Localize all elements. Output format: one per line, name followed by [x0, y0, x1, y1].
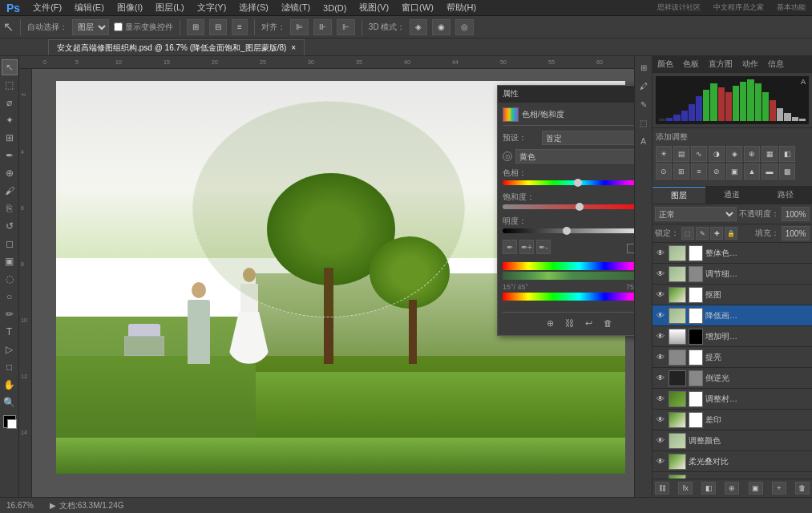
transform-checkbox[interactable] — [114, 22, 123, 31]
panel-tab-histogram[interactable]: 直方图 — [704, 56, 737, 72]
align-right-btn[interactable]: ⊩ — [337, 19, 355, 35]
3d-btn-3[interactable]: ◎ — [455, 19, 474, 35]
layer-link-btn[interactable]: ⛓ — [655, 482, 669, 495]
layer-item[interactable]: 👁 倒逆光 — [652, 368, 812, 389]
3d-btn-1[interactable]: ◈ — [410, 19, 427, 35]
sat-slider-thumb[interactable] — [576, 203, 584, 211]
sample-btn-3[interactable]: ✒- — [536, 240, 551, 254]
layer-visibility-toggle[interactable]: 👁 — [655, 373, 666, 384]
invert-adj-btn[interactable]: ⊘ — [709, 164, 725, 180]
layer-item[interactable]: 👁 柔光叠对比 — [652, 451, 812, 472]
panel-tab-swatches[interactable]: 色板 — [678, 56, 704, 72]
colorize-checkbox[interactable] — [627, 244, 634, 253]
type-tool[interactable]: T — [2, 324, 18, 340]
layer-item[interactable]: 👁 构图扣修饰余物 — [652, 472, 812, 479]
tab-paths[interactable]: 路径 — [759, 187, 812, 204]
gradmap-adj-btn[interactable]: ▬ — [762, 164, 778, 180]
layer-visibility-toggle[interactable]: 👁 — [655, 289, 666, 301]
lock-position-btn[interactable]: ✚ — [710, 227, 723, 240]
layer-item[interactable]: 👁 降低画… — [652, 305, 812, 326]
hand-tool[interactable]: ✋ — [2, 377, 18, 393]
opacity-input[interactable] — [782, 207, 810, 221]
menu-edit[interactable]: 编辑(E) — [71, 2, 107, 14]
menu-filter[interactable]: 滤镜(T) — [278, 2, 313, 14]
selcolor-adj-btn[interactable]: ▩ — [779, 164, 795, 180]
dialog-link-icon[interactable]: ⛓ — [563, 316, 577, 330]
path-select-tool[interactable]: ▷ — [2, 341, 18, 357]
layer-visibility-toggle[interactable]: 👁 — [655, 352, 666, 363]
exposure-adj-btn[interactable]: ◑ — [709, 146, 725, 162]
panel-tab-color[interactable]: 颜色 — [652, 56, 678, 72]
vibrance-adj-btn[interactable]: ◈ — [726, 146, 742, 162]
panel-tab-info[interactable]: 信息 — [763, 56, 789, 72]
background-color[interactable] — [7, 419, 17, 429]
menu-image[interactable]: 图像(I) — [114, 2, 146, 14]
lock-transparent-btn[interactable]: ⬚ — [681, 227, 694, 240]
move-tool[interactable]: ↖ — [2, 59, 18, 75]
light-slider-track[interactable] — [503, 228, 634, 233]
layer-visibility-toggle[interactable]: 👁 — [655, 248, 666, 259]
layer-item[interactable]: 👁 抠图 — [652, 285, 812, 305]
layer-select-dropdown[interactable]: 图层 — [72, 19, 109, 35]
layer-visibility-toggle[interactable]: 👁 — [655, 269, 666, 280]
threshold-adj-btn[interactable]: ▲ — [744, 164, 760, 180]
layer-item[interactable]: 👁 调整颜色 — [652, 430, 812, 451]
hue-slider-thumb[interactable] — [574, 179, 582, 187]
clone-tool[interactable]: ⎘ — [2, 200, 18, 216]
menu-view[interactable]: 视图(V) — [356, 2, 392, 14]
posterize-adj-btn[interactable]: ▣ — [726, 164, 742, 180]
layer-item[interactable]: 👁 整体色… — [652, 243, 812, 264]
history-brush-tool[interactable]: ↺ — [2, 218, 18, 234]
layer-visibility-toggle[interactable]: 👁 — [655, 414, 666, 426]
layer-visibility-toggle[interactable]: 👁 — [655, 310, 666, 321]
dodge-tool[interactable]: ○ — [2, 289, 18, 305]
tool-arrow-icon[interactable]: ↖ — [3, 19, 14, 34]
align-left-btn[interactable]: ⊫ — [290, 19, 309, 35]
zoom-tool[interactable]: 🔍 — [2, 394, 18, 410]
dialog-add-icon[interactable]: ⊕ — [543, 316, 558, 330]
fg-bg-colors[interactable] — [3, 415, 16, 428]
eraser-tool[interactable]: ◻ — [2, 236, 18, 252]
foreground-color[interactable] — [3, 415, 16, 428]
menu-3d[interactable]: 3D(D) — [320, 3, 349, 13]
sat-slider-track[interactable] — [503, 204, 634, 209]
lasso-tool[interactable]: ⌀ — [2, 95, 18, 111]
layer-visibility-toggle[interactable]: 👁 — [655, 456, 666, 467]
menu-window[interactable]: 窗口(W) — [398, 2, 437, 14]
channel-select[interactable]: 黄色 — [515, 149, 634, 164]
tab-channels[interactable]: 通道 — [705, 187, 758, 204]
layer-visibility-toggle[interactable]: 👁 — [655, 394, 666, 405]
hue-sat-adj-btn[interactable]: ⊕ — [744, 146, 760, 162]
shape-tool[interactable]: □ — [2, 359, 18, 375]
layer-style-btn[interactable]: fx — [678, 482, 693, 495]
right-icon-4[interactable]: ⬚ — [636, 115, 652, 131]
menu-type[interactable]: 文字(Y) — [194, 2, 230, 14]
levels-adj-btn[interactable]: ▤ — [673, 146, 689, 162]
layer-visibility-toggle[interactable]: 👁 — [655, 331, 666, 342]
menu-file[interactable]: 文件(F) — [30, 2, 65, 14]
active-tab[interactable]: 安文超高端修图组织构.psd @ 16.7% (降低金面饱和_图层蒙版/8) × — [48, 39, 305, 55]
light-slider-thumb[interactable] — [563, 227, 571, 235]
crop-tool[interactable]: ⊞ — [2, 130, 18, 146]
layer-new-btn[interactable]: + — [772, 482, 786, 495]
blur-tool[interactable]: ◌ — [2, 271, 18, 287]
lock-all-btn[interactable]: 🔒 — [725, 227, 737, 240]
healing-tool[interactable]: ⊕ — [2, 165, 18, 181]
bw-adj-btn[interactable]: ◧ — [779, 146, 795, 162]
pen-tool[interactable]: ✏ — [2, 306, 18, 322]
photo-filter-adj-btn[interactable]: ⊙ — [656, 164, 672, 180]
curves-adj-btn[interactable]: ∿ — [691, 146, 707, 162]
channel-icon[interactable]: ⊙ — [503, 151, 512, 161]
channel-mixer-adj-btn[interactable]: ⊞ — [673, 164, 689, 180]
menu-select[interactable]: 选择(S) — [236, 2, 272, 14]
layer-mask-btn[interactable]: ◧ — [701, 482, 716, 495]
lookup-adj-btn[interactable]: ≡ — [691, 164, 707, 180]
toolbar-btn-1[interactable]: ⊞ — [187, 19, 204, 35]
layer-adj-btn[interactable]: ⊕ — [725, 482, 739, 495]
fill-input[interactable] — [782, 226, 810, 240]
gradient-tool[interactable]: ▣ — [2, 253, 18, 269]
layer-item[interactable]: 👁 调节细… — [652, 264, 812, 285]
layer-delete-btn[interactable]: 🗑 — [795, 482, 810, 495]
right-icon-3[interactable]: ✎ — [636, 96, 652, 112]
toolbar-btn-2[interactable]: ⊟ — [209, 19, 227, 35]
